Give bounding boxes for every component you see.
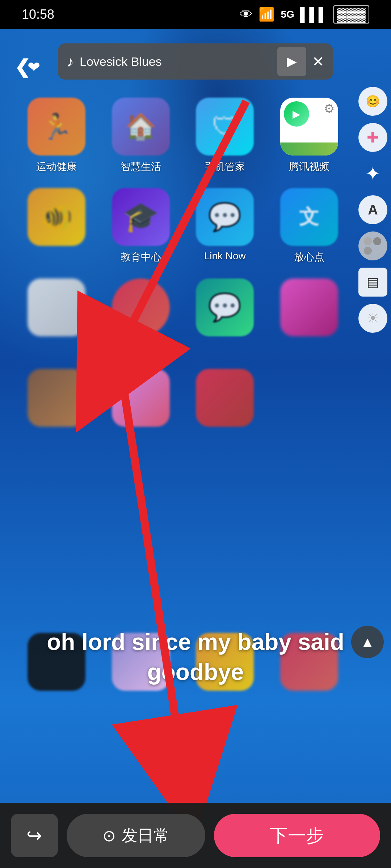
bottom-bar: ↪ ⊙ 发日常 下一步 [0,803,391,868]
music-title: Lovesick Blues [80,55,272,69]
signal-icon: ▌▌▌ [300,7,328,22]
main-screen: ❮ ❤ ♪ Lovesick Blues ▶ ✕ 🏃 运动健康 🏠 智慧生活 🛡… [0,29,391,868]
share-button[interactable]: ↪ [11,814,58,857]
next-button[interactable]: 下一步 [214,814,380,857]
status-bar: 10:58 👁 📶 5G ▌▌▌ ▓▓▓ [0,0,391,29]
svg-line-2 [119,362,185,778]
status-icons: 👁 📶 5G ▌▌▌ ▓▓▓ [240,5,369,24]
daily-button[interactable]: ⊙ 发日常 [67,814,205,857]
daily-icon: ⊙ [102,826,116,845]
back-button[interactable]: ❮ ❤ [11,51,43,83]
daily-label: 发日常 [122,825,169,846]
music-close-button[interactable]: ✕ [312,53,324,70]
svg-line-1 [105,101,246,376]
music-note-icon: ♪ [67,54,74,70]
music-play-button[interactable]: ▶ [277,47,306,76]
eye-icon: 👁 [240,7,253,22]
5g-label: 5G [281,9,294,20]
next-label: 下一步 [270,824,324,848]
red-arrows [0,29,391,868]
share-icon: ↪ [26,825,42,846]
music-notification-bar[interactable]: ♪ Lovesick Blues ▶ ✕ [58,43,333,80]
time: 10:58 [22,7,54,22]
wifi-icon: 📶 [258,7,275,22]
battery-icon: ▓▓▓ [333,5,369,24]
